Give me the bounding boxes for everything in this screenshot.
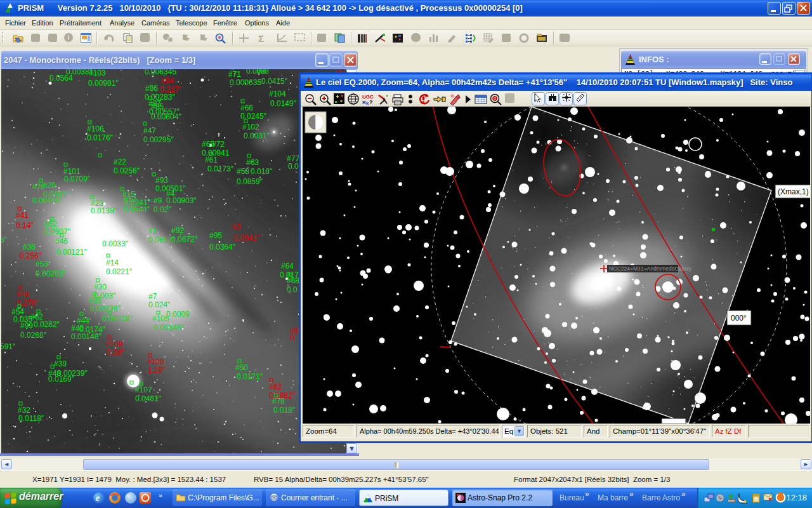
svg-text:#86: #86 [145,84,158,93]
svg-text:0.0171″: 0.0171″ [237,372,263,381]
svg-text:0.0461″: 0.0461″ [135,394,162,403]
svg-text:0.0268″: 0.0268″ [20,331,47,340]
svg-text:#46: #46 [55,237,68,246]
svg-text:#61: #61 [205,156,218,164]
svg-text:0.256″: 0.256″ [20,251,42,260]
svg-text:#7: #7 [148,292,157,301]
svg-text:0.0118″: 0.0118″ [18,414,44,423]
svg-text:5″: 5″ [1,236,8,244]
svg-text:0.14″: 0.14″ [16,221,34,230]
svg-text:0.0149″: 0.0149″ [270,99,297,108]
svg-text:0.00348″: 0.00348″ [154,323,184,332]
svg-text:0.00121″: 0.00121″ [56,248,87,257]
svg-text:#36: #36 [23,243,36,251]
svg-text:0.0507″: 0.0507″ [44,227,71,236]
svg-text:0.38″: 0.38″ [107,348,124,357]
svg-text:#39: #39 [54,359,67,368]
svg-text:#99: #99 [20,321,33,330]
svg-text:#66: #66 [240,104,253,112]
svg-text:0.00148″: 0.00148″ [71,332,102,341]
svg-text:0.0221″: 0.0221″ [106,267,133,276]
svg-text:0.0: 0.0 [287,285,298,294]
svg-text:#1: #1 [148,227,157,236]
svg-text:#92: #92 [171,226,184,235]
svg-text:#22: #22 [114,157,126,166]
svg-text:0.0: 0.0 [288,162,299,171]
svg-text:591″: 591″ [1,342,16,351]
svg-text:0.0176″: 0.0176″ [87,133,114,142]
svg-text:0.0033″: 0.0033″ [102,239,129,248]
svg-text:#3: #3 [232,222,241,231]
svg-text:0.00448″: 0.00448″ [32,196,63,205]
svg-text:#9: #9 [154,196,162,205]
svg-text:#82: #82 [269,382,282,391]
svg-text:#32: #32 [18,406,30,415]
svg-text:0.00293″: 0.00293″ [36,269,66,278]
svg-text:#107: #107 [135,385,152,394]
svg-text:#103: #103 [89,69,106,77]
svg-text:0.018″: 0.018″ [251,167,273,176]
svg-text:0.00903″: 0.00903″ [166,196,197,205]
svg-text:#35: #35 [89,296,102,305]
svg-text:#30: #30 [94,283,107,291]
svg-text:#20: #20 [43,181,56,190]
svg-text:(Xmax,1): (Xmax,1) [778,187,809,196]
svg-text:0.02″: 0.02″ [154,205,171,214]
svg-text:0.006345: 0.006345 [145,69,176,76]
svg-text:0.0262″: 0.0262″ [34,320,60,329]
svg-text:0.00981″: 0.00981″ [88,79,119,88]
svg-text:NGC224=M31=AndromedaGalaxy: NGC224=M31=AndromedaGalaxy [609,265,692,272]
svg-text:#84: #84 [161,76,174,85]
svg-text:#64: #64 [281,262,294,271]
svg-text:#58: #58 [237,167,249,176]
svg-text:#78: #78 [272,397,285,406]
svg-text:#106: #106 [87,124,104,133]
svg-text:0.0544″: 0.0544″ [124,205,150,214]
svg-text:0.024″: 0.024″ [148,300,171,309]
svg-text:?: ? [369,99,373,105]
svg-text:0.0415″: 0.0415″ [261,77,288,86]
svg-text:#109: #109 [106,340,123,349]
svg-text:0.: 0. [290,333,296,342]
svg-text:e: e [96,493,100,503]
svg-text:#49: #49 [16,290,29,299]
svg-text:000°: 000° [731,314,747,323]
svg-text:#108: #108 [147,358,164,366]
svg-text:0.0009: 0.0009 [166,310,190,319]
svg-text:0.000635: 0.000635 [230,78,261,87]
svg-text:0.00236″: 0.00236″ [90,304,121,313]
svg-text:0.0256″: 0.0256″ [114,166,140,175]
svg-text:#63: #63 [246,158,259,167]
svg-text:#47: #47 [143,126,156,135]
svg-text:0.00295″: 0.00295″ [143,135,174,144]
svg-text:0.00604″: 0.00604″ [151,112,181,121]
svg-text:0.0672″: 0.0672″ [171,235,198,244]
svg-text:0.00738″: 0.00738″ [102,314,133,323]
svg-text:#50: #50 [235,363,248,372]
svg-text:#95: #95 [209,231,222,240]
svg-text:#93: #93 [155,176,168,185]
svg-text:#104: #104 [269,90,286,98]
svg-text:0.278″: 0.278″ [16,298,39,307]
svg-text:0.0941″: 0.0941″ [233,234,260,243]
svg-text:0.0169″: 0.0169″ [48,375,75,384]
svg-text:0.0173″: 0.0173″ [207,164,234,173]
svg-text:#102: #102 [242,123,259,131]
svg-text:0.0709″: 0.0709″ [64,175,91,184]
svg-text:#41: #41 [16,211,29,220]
svg-text:0.0138″: 0.0138″ [91,206,117,215]
svg-text:1.29″: 1.29″ [148,366,166,375]
svg-text:0.0859″: 0.0859″ [237,177,263,186]
svg-text:0.018″: 0.018″ [273,406,296,415]
svg-text:#68: #68 [287,276,299,285]
svg-text:#14: #14 [106,258,119,267]
svg-text:#53: #53 [36,260,48,269]
svg-text:0.0364″: 0.0364″ [209,243,236,251]
svg-text:#88: #88 [256,69,269,76]
svg-text:#72: #72 [212,140,225,149]
svg-text:0.0564: 0.0564 [49,74,73,83]
svg-text:#71: #71 [228,70,241,79]
svg-text:0.0031″: 0.0031″ [244,131,270,140]
